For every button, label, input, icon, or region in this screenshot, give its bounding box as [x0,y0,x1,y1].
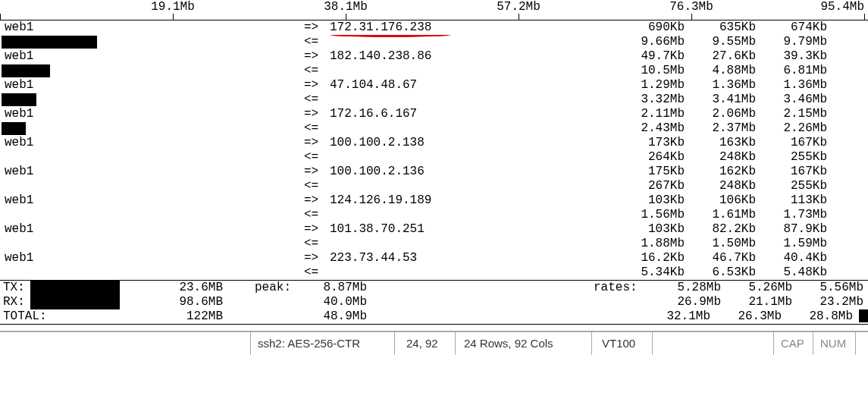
rate-value: 1.88Mb [618,237,689,251]
direction-arrow: <= [304,265,330,280]
host-cell: web1 [0,222,304,237]
direction-arrow: <= [304,150,330,165]
rates-label: rates: [594,281,654,295]
rate-value: 1.36Mb [689,78,760,93]
status-term-type: VT100 [602,337,635,350]
scale-tick [173,14,174,20]
connection-row: <=2.43Mb2.37Mb2.26Mb [0,121,868,136]
direction-arrow: => [304,49,330,64]
scale-tick [691,14,692,20]
host-cell [0,179,304,193]
rate-cells: 49.7Kb27.6Kb39.3Kb [618,49,868,64]
rate-value: 1.61Mb [689,208,760,222]
rate-value: 5.48Kb [760,265,832,280]
rate-value: 2.43Mb [618,121,689,136]
connection-row: web1=>100.100.2.138173Kb163Kb167Kb [0,136,868,150]
summary-row: TX:cum:23.6MBpeak:8.87Mbrates:5.28Mb5.26… [0,281,868,295]
host-cell [0,121,304,136]
host-cell: web1 [0,136,304,150]
rate-value: 87.9Kb [760,222,832,237]
destination-cell: 223.73.44.53 [330,251,618,265]
rate-value: 248Kb [689,179,760,193]
host-cell [0,265,304,280]
redaction-bar [2,93,36,106]
status-num-lock: NUM [820,337,846,350]
peak-value: 40.0Mb [291,295,367,309]
summary-label: TX: [0,281,56,295]
summary-rate-value: 28.8Mb [786,309,857,324]
rate-value: 3.46Mb [760,93,832,107]
rate-value: 167Kb [760,136,832,150]
connection-row: <=1.88Mb1.50Mb1.59Mb [0,237,868,251]
connection-row: web1=>223.73.44.5316.2Kb46.7Kb40.4Kb [0,251,868,265]
scale-label: 38.1Mb [324,0,368,14]
connection-row: web1=>124.126.19.189103Kb106Kb113Kb [0,193,868,208]
rate-cells: 16.2Kb46.7Kb40.4Kb [618,251,868,265]
rate-value: 1.36Mb [760,78,832,93]
direction-arrow: => [304,136,330,150]
rate-cells: 175Kb162Kb167Kb [618,165,868,179]
rate-value: 27.6Kb [689,49,760,64]
direction-arrow: => [304,20,330,35]
rate-value: 3.41Mb [689,93,760,107]
peak-label: peak: [223,281,291,295]
rate-value: 4.88Mb [689,64,760,78]
rate-cells: 9.66Mb9.55Mb9.79Mb [618,35,868,49]
connection-row: <=10.5Mb4.88Mb6.81Mb [0,64,868,78]
rate-cells: 3.32Mb3.41Mb3.46Mb [618,93,868,107]
connection-row: <=264Kb248Kb255Kb [0,150,868,165]
rate-value: 163Kb [689,136,760,150]
rate-value: 10.5Mb [618,64,689,78]
rate-value: 173Kb [618,136,689,150]
destination-cell [330,208,618,222]
direction-arrow: => [304,165,330,179]
rates-label [594,295,654,309]
rate-value: 1.56Mb [618,208,689,222]
scale-label: 76.3Mb [669,0,713,14]
rate-cells: 103Kb82.2Kb87.9Kb [618,222,868,237]
rate-cells: 267Kb248Kb255Kb [618,179,868,193]
status-cursor-pos: 24, 92 [406,337,438,350]
host-cell: web1 [0,49,304,64]
host-cell [0,93,304,107]
connection-row: <=3.32Mb3.41Mb3.46Mb [0,93,868,107]
destination-cell [330,93,618,107]
host-cell [0,237,304,251]
summary-label: RX: [0,295,56,309]
direction-arrow: => [304,78,330,93]
cum-value: 98.6MB [147,295,223,309]
rate-value: 103Kb [618,222,689,237]
rate-value: 1.50Mb [689,237,760,251]
rate-value: 40.4Kb [760,251,832,265]
connection-row: web1=>172.31.176.238690Kb635Kb674Kb [0,20,868,35]
rate-value: 82.2Kb [689,222,760,237]
rate-value: 9.79Mb [760,35,832,49]
host-cell: web1 [0,165,304,179]
rate-cells: 1.29Mb1.36Mb1.36Mb [618,78,868,93]
destination-cell: 101.38.70.251 [330,222,618,237]
direction-arrow: <= [304,93,330,107]
summary-rate-value: 23.2Mb [797,295,868,309]
scale-label: 57.2Mb [497,0,541,14]
rate-value: 49.7Kb [618,49,689,64]
host-cell: web1 [0,193,304,208]
rate-value: 264Kb [618,150,689,165]
rates-label [583,309,644,324]
direction-arrow: <= [304,237,330,251]
peak-label [223,295,291,309]
rate-cells: 1.56Mb1.61Mb1.73Mb [618,208,868,222]
destination-cell: 172.16.6.167 [330,107,618,121]
redaction-bar [30,281,120,295]
rate-value: 6.53Kb [689,265,760,280]
peak-value: 48.9Mb [291,309,367,324]
connection-row: web1=>47.104.48.671.29Mb1.36Mb1.36Mb [0,78,868,93]
status-caps-lock: CAP [781,337,804,350]
bandwidth-scale: 19.1Mb38.1Mb57.2Mb76.3Mb95.4Mb [0,0,868,20]
direction-arrow: <= [304,179,330,193]
rate-value: 16.2Kb [618,251,689,265]
destination-cell [330,150,618,165]
destination-cell [330,121,618,136]
rate-value: 46.7Kb [689,251,760,265]
destination-cell [330,35,618,49]
rate-cells: 264Kb248Kb255Kb [618,150,868,165]
